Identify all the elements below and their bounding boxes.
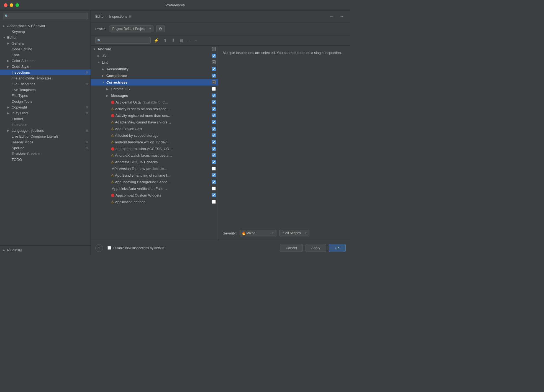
nav-back-button[interactable]: ← — [328, 13, 336, 19]
ins-permission-access[interactable]: ⬤ android.permission.ACCESS_CO… — [91, 145, 218, 152]
remove-button[interactable]: − — [193, 38, 199, 43]
ins-androidx-watch[interactable]: ⚠ AndroidX watch faces must use a… — [91, 152, 218, 159]
scope-dropdown[interactable]: In All Scopes In Tests — [279, 230, 309, 236]
ins-add-explicit-cast[interactable]: ⚠ Add Explicit Cast — [91, 125, 218, 132]
ins-annotate-sdk[interactable]: ⚠ Annotate SDK_INT checks — [91, 159, 218, 165]
ins-checkbox-application-defined[interactable] — [212, 200, 216, 204]
help-button[interactable]: ? — [95, 244, 103, 252]
ins-lint[interactable]: ▼ Lint − — [91, 59, 218, 66]
sidebar-item-code-style[interactable]: ▶ Code Style — [0, 64, 91, 69]
ins-scoped-storage[interactable]: ⚠ Affected by scoped storage — [91, 132, 218, 139]
profile-gear-button[interactable]: ⚙ — [156, 25, 165, 32]
sidebar-item-general[interactable]: ▶ General — [0, 40, 91, 46]
ins-checkbox-adapterview[interactable] — [212, 120, 216, 124]
ins-checkbox-app-indexing[interactable] — [212, 180, 216, 184]
sidebar-item-plugins[interactable]: ▶ Plugins ⊟ — [0, 247, 91, 253]
sidebar-item-live-templates[interactable]: Live Templates — [0, 87, 91, 93]
ins-app-bundle[interactable]: ⚠ App Bundle handling of runtime l… — [91, 172, 218, 179]
cancel-button[interactable]: Cancel — [280, 244, 302, 252]
sidebar-item-inspections[interactable]: Inspections ⊟ — [0, 69, 91, 75]
filter-button[interactable]: ⚡ — [152, 37, 160, 43]
add-button[interactable]: + — [186, 38, 192, 43]
sidebar-item-color-scheme[interactable]: ▶ Color Scheme — [0, 58, 91, 64]
sidebar-item-reader-mode[interactable]: Reader Mode ⊟ — [0, 139, 91, 145]
sidebar-item-editor[interactable]: ▼ Editor — [0, 35, 91, 40]
ins-app-indexing[interactable]: ⚠ App Indexing Background Servic… — [91, 179, 218, 185]
ins-activity-non-resize[interactable]: ⚠ Activity is set to be non resizeab… — [91, 105, 218, 112]
ins-adapterview[interactable]: ⚠ AdapterView cannot have childre… — [91, 119, 218, 125]
collapse-all-button[interactable]: ⇓ — [170, 37, 176, 43]
ins-checkbox-appcompat-widgets[interactable] — [212, 193, 216, 197]
profile-dropdown[interactable]: Project Default Project Default — [109, 25, 153, 32]
ins-app-links[interactable]: App Links Auto Verification Failu… — [91, 185, 218, 192]
ins-checkbox-accidental-octal[interactable] — [212, 100, 216, 104]
ins-checkbox-add-explicit-cast[interactable] — [212, 127, 216, 131]
ins-checkbox-api-version[interactable] — [212, 167, 216, 171]
ins-label: App Indexing Background Servic… — [115, 180, 210, 184]
sidebar-item-code-editing[interactable]: Code Editing — [0, 46, 91, 52]
sidebar-item-font[interactable]: Font — [0, 52, 91, 58]
ins-checkbox-minus[interactable]: − — [212, 80, 216, 84]
sidebar-item-file-types[interactable]: File Types — [0, 93, 91, 99]
sidebar-item-keymap[interactable]: Keymap — [0, 29, 91, 35]
arrow-icon: ▼ — [102, 81, 106, 84]
sidebar-item-intentions[interactable]: Intentions — [0, 122, 91, 128]
ins-checkbox-minus[interactable]: − — [212, 47, 216, 51]
apply-button[interactable]: Apply — [306, 244, 326, 252]
ins-correctness[interactable]: ▼ Correctness − — [91, 79, 218, 86]
ins-checkbox-chrome-os[interactable] — [212, 87, 216, 91]
ins-checkbox-androidx-watch[interactable] — [212, 153, 216, 157]
sidebar-item-live-edit[interactable]: Live Edit of Compose Literals — [0, 133, 91, 139]
ins-wifi-tv[interactable]: ⚠ android.hardware.wifi on TV devi… — [91, 139, 218, 145]
sidebar-search-input[interactable] — [3, 13, 88, 19]
sidebar-item-design-tools[interactable]: Design Tools — [0, 99, 91, 104]
ins-checkbox-messages[interactable] — [212, 94, 216, 97]
group-button[interactable]: ▦ — [178, 37, 185, 43]
sidebar-item-textmate-bundles[interactable]: TextMate Bundles — [0, 151, 91, 157]
ins-compliance[interactable]: ▶ Compliance — [91, 72, 218, 79]
ins-checkbox-scoped-storage[interactable] — [212, 133, 216, 137]
sidebar-item-label: General — [12, 41, 88, 45]
sidebar-item-spelling[interactable]: Spelling ⊟ — [0, 145, 91, 151]
ins-checkbox-annotate-sdk[interactable] — [212, 160, 216, 164]
ins-checkbox-permission-access[interactable] — [212, 147, 216, 151]
ins-activity-registered[interactable]: ⬤ Activity registered more than onc… — [91, 112, 218, 119]
ins-checkbox-app-bundle[interactable] — [212, 173, 216, 177]
ins-checkbox-jni[interactable] — [212, 54, 216, 58]
ins-checkbox-activity-non-resize[interactable] — [212, 107, 216, 111]
window-pin-icon: ⊟ — [129, 15, 132, 18]
ins-api-version[interactable]: API Version Too Low (available fo… — [91, 165, 218, 172]
ins-android[interactable]: ▼ Android − — [91, 46, 218, 52]
minimize-button[interactable] — [10, 3, 13, 7]
ins-messages[interactable]: ▶ Messages — [91, 92, 218, 99]
nav-forward-button[interactable]: → — [338, 13, 346, 19]
ins-accessibility[interactable]: ▶ Accessibility — [91, 66, 218, 72]
ins-checkbox-minus[interactable]: − — [212, 60, 216, 64]
ins-checkbox-compliance[interactable] — [212, 74, 216, 78]
sidebar-item-emmet[interactable]: Emmet — [0, 116, 91, 122]
ins-checkbox-accessibility[interactable] — [212, 67, 216, 71]
ins-accidental-octal[interactable]: ⬤ Accidental Octal (available for C… — [91, 99, 218, 105]
ok-button[interactable]: OK — [329, 244, 346, 252]
sidebar-item-language-injections[interactable]: ▶ Language Injections ⊟ — [0, 128, 91, 133]
sidebar-item-file-code-templates[interactable]: File and Code Templates — [0, 75, 91, 81]
ins-jni[interactable]: ▶ JNI — [91, 52, 218, 59]
expand-all-button[interactable]: ⇑ — [162, 37, 168, 43]
ins-application-defined[interactable]: ⚠ Application defined… — [91, 198, 218, 205]
severity-warning-icon: ⚠ — [111, 160, 114, 164]
ins-checkbox-wifi-tv[interactable] — [212, 140, 216, 144]
ins-chrome-os[interactable]: ▶ Chrome OS — [91, 86, 218, 92]
ins-checkbox-activity-registered[interactable] — [212, 114, 216, 117]
sidebar-item-inlay-hints[interactable]: ▶ Inlay Hints ⊟ — [0, 110, 91, 116]
ins-checkbox-app-links[interactable] — [212, 187, 216, 190]
ins-label: API Version Too Low (available fo… — [112, 167, 210, 171]
disable-new-inspections-checkbox[interactable] — [107, 246, 111, 250]
sidebar-item-todo[interactable]: TODO — [0, 157, 91, 163]
sidebar-item-file-encodings[interactable]: File Encodings ⊟ — [0, 81, 91, 87]
close-button[interactable] — [4, 3, 7, 7]
inspections-search-input[interactable] — [95, 37, 151, 44]
sidebar-item-appearance[interactable]: ▶ Appearance & Behavior — [0, 23, 91, 29]
sidebar-item-copyright[interactable]: ▶ Copyright ⊟ — [0, 104, 91, 110]
maximize-button[interactable] — [16, 3, 19, 7]
ins-appcompat-widgets[interactable]: ⬤ Appcompat Custom Widgets — [91, 192, 218, 198]
